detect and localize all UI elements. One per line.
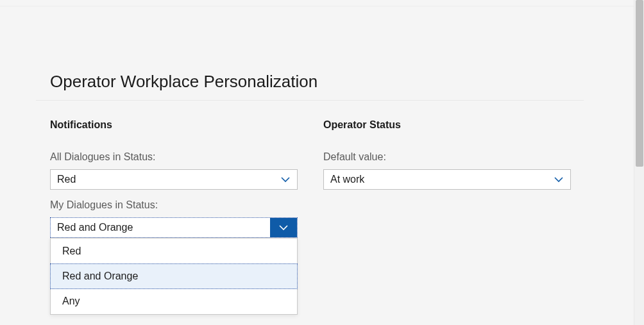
chevron-down-icon	[280, 174, 291, 185]
section-divider	[36, 100, 584, 101]
my-dialogues-value-wrap: Red and Orange	[51, 218, 270, 237]
default-value-label: Default value:	[323, 151, 386, 163]
notifications-heading: Notifications	[50, 119, 112, 131]
all-dialogues-label: All Dialogues in Status:	[50, 151, 156, 163]
default-value-select[interactable]: At work	[323, 169, 571, 190]
content-area: Operator Workplace Personalization Notif…	[0, 0, 634, 325]
operator-status-heading: Operator Status	[323, 119, 401, 131]
vertical-scrollbar-thumb[interactable]	[636, 0, 643, 167]
my-dialogues-select[interactable]: Red and Orange	[50, 217, 298, 238]
dropdown-option-red-and-orange[interactable]: Red and Orange	[50, 263, 298, 289]
my-dialogues-value: Red and Orange	[57, 222, 133, 233]
page-title: Operator Workplace Personalization	[50, 72, 318, 92]
dropdown-option-any[interactable]: Any	[51, 288, 297, 314]
chevron-down-icon[interactable]	[270, 218, 297, 237]
dropdown-option-red[interactable]: Red	[51, 238, 297, 264]
my-dialogues-dropdown: Red Red and Orange Any	[50, 238, 298, 315]
chevron-down-icon	[554, 174, 564, 185]
top-divider	[0, 6, 634, 6]
default-value-value: At work	[330, 174, 554, 185]
all-dialogues-value: Red	[57, 174, 280, 185]
vertical-scrollbar-track[interactable]	[634, 0, 644, 325]
my-dialogues-label: My Dialogues in Status:	[50, 199, 158, 211]
all-dialogues-select[interactable]: Red	[50, 169, 298, 190]
